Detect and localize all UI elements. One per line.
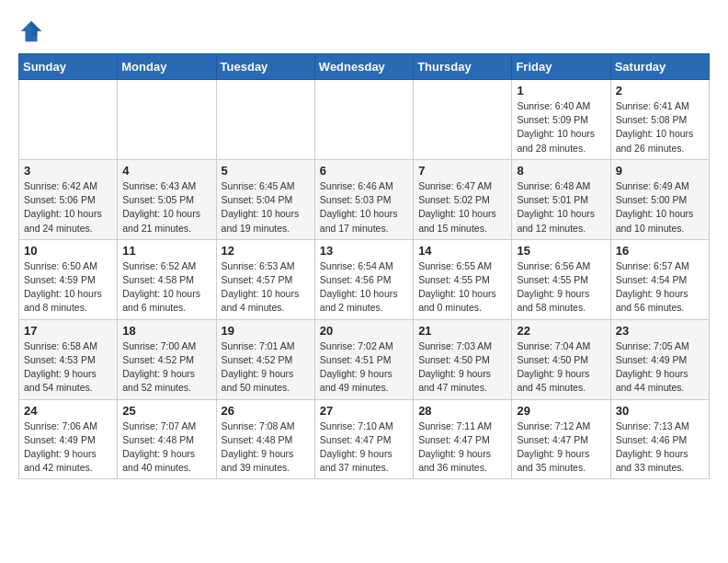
day-number: 21 [418, 324, 506, 338]
day-info: Sunrise: 6:56 AMSunset: 4:55 PMDaylight:… [517, 259, 605, 316]
column-header-monday: Monday [118, 54, 216, 80]
calendar-cell [19, 80, 118, 160]
day-number: 12 [222, 244, 310, 258]
column-header-friday: Friday [512, 54, 610, 80]
calendar-cell: 13Sunrise: 6:54 AMSunset: 4:56 PMDayligh… [314, 239, 413, 319]
calendar-cell: 16Sunrise: 6:57 AMSunset: 4:54 PMDayligh… [610, 239, 709, 319]
day-number: 16 [616, 244, 704, 258]
day-number: 14 [418, 244, 506, 258]
day-number: 29 [517, 404, 605, 418]
day-info: Sunrise: 6:49 AMSunset: 5:00 PMDaylight:… [616, 179, 704, 236]
column-header-sunday: Sunday [19, 54, 118, 80]
day-number: 15 [517, 244, 605, 258]
calendar-cell: 8Sunrise: 6:48 AMSunset: 5:01 PMDaylight… [512, 159, 610, 239]
day-info: Sunrise: 6:46 AMSunset: 5:03 PMDaylight:… [320, 179, 408, 236]
day-number: 6 [320, 164, 408, 178]
day-info: Sunrise: 6:57 AMSunset: 4:54 PMDaylight:… [616, 259, 704, 316]
calendar-cell: 17Sunrise: 6:58 AMSunset: 4:53 PMDayligh… [19, 319, 118, 399]
day-info: Sunrise: 6:48 AMSunset: 5:01 PMDaylight:… [517, 179, 605, 236]
calendar-week-row: 3Sunrise: 6:42 AMSunset: 5:06 PMDaylight… [19, 159, 710, 239]
calendar-cell: 2Sunrise: 6:41 AMSunset: 5:08 PMDaylight… [610, 80, 709, 160]
svg-marker-1 [31, 21, 41, 36]
day-info: Sunrise: 7:12 AMSunset: 4:47 PMDaylight:… [517, 419, 605, 476]
calendar-cell: 22Sunrise: 7:04 AMSunset: 4:50 PMDayligh… [512, 319, 610, 399]
calendar-cell [216, 80, 314, 160]
day-number: 2 [616, 84, 704, 98]
calendar-cell: 30Sunrise: 7:13 AMSunset: 4:46 PMDayligh… [610, 399, 709, 479]
calendar-cell: 28Sunrise: 7:11 AMSunset: 4:47 PMDayligh… [414, 399, 512, 479]
page-header [18, 18, 710, 44]
calendar-cell: 14Sunrise: 6:55 AMSunset: 4:55 PMDayligh… [414, 239, 512, 319]
calendar-week-row: 24Sunrise: 7:06 AMSunset: 4:49 PMDayligh… [19, 399, 710, 479]
calendar-week-row: 1Sunrise: 6:40 AMSunset: 5:09 PMDaylight… [19, 80, 710, 160]
calendar-cell: 26Sunrise: 7:08 AMSunset: 4:48 PMDayligh… [216, 399, 314, 479]
calendar-cell: 21Sunrise: 7:03 AMSunset: 4:50 PMDayligh… [414, 319, 512, 399]
day-number: 28 [418, 404, 506, 418]
logo [18, 18, 48, 44]
calendar-cell: 12Sunrise: 6:53 AMSunset: 4:57 PMDayligh… [216, 239, 314, 319]
day-number: 3 [24, 164, 112, 178]
day-info: Sunrise: 6:50 AMSunset: 4:59 PMDaylight:… [24, 259, 112, 316]
day-info: Sunrise: 6:40 AMSunset: 5:09 PMDaylight:… [517, 99, 605, 155]
day-info: Sunrise: 6:58 AMSunset: 4:53 PMDaylight:… [24, 339, 112, 396]
calendar-week-row: 17Sunrise: 6:58 AMSunset: 4:53 PMDayligh… [19, 319, 710, 399]
calendar-cell: 24Sunrise: 7:06 AMSunset: 4:49 PMDayligh… [19, 399, 118, 479]
day-info: Sunrise: 7:11 AMSunset: 4:47 PMDaylight:… [418, 419, 506, 476]
calendar-body: 1Sunrise: 6:40 AMSunset: 5:09 PMDaylight… [19, 80, 710, 479]
column-header-thursday: Thursday [414, 54, 512, 80]
day-info: Sunrise: 6:45 AMSunset: 5:04 PMDaylight:… [222, 179, 310, 236]
calendar-cell: 6Sunrise: 6:46 AMSunset: 5:03 PMDaylight… [314, 159, 413, 239]
calendar-cell: 3Sunrise: 6:42 AMSunset: 5:06 PMDaylight… [19, 159, 118, 239]
calendar-cell: 20Sunrise: 7:02 AMSunset: 4:51 PMDayligh… [314, 319, 413, 399]
day-info: Sunrise: 7:06 AMSunset: 4:49 PMDaylight:… [24, 419, 112, 476]
day-info: Sunrise: 7:07 AMSunset: 4:48 PMDaylight:… [122, 419, 210, 476]
calendar-cell [314, 80, 413, 160]
calendar-cell: 1Sunrise: 6:40 AMSunset: 5:09 PMDaylight… [512, 80, 610, 160]
day-number: 30 [616, 404, 704, 418]
column-header-saturday: Saturday [610, 54, 709, 80]
day-number: 13 [320, 244, 408, 258]
day-info: Sunrise: 6:54 AMSunset: 4:56 PMDaylight:… [320, 259, 408, 316]
day-info: Sunrise: 6:53 AMSunset: 4:57 PMDaylight:… [222, 259, 310, 316]
calendar-week-row: 10Sunrise: 6:50 AMSunset: 4:59 PMDayligh… [19, 239, 710, 319]
calendar-table: SundayMondayTuesdayWednesdayThursdayFrid… [18, 53, 710, 479]
day-info: Sunrise: 7:04 AMSunset: 4:50 PMDaylight:… [517, 339, 605, 396]
column-header-tuesday: Tuesday [216, 54, 314, 80]
calendar-cell: 10Sunrise: 6:50 AMSunset: 4:59 PMDayligh… [19, 239, 118, 319]
day-number: 26 [222, 404, 310, 418]
calendar-cell: 9Sunrise: 6:49 AMSunset: 5:00 PMDaylight… [610, 159, 709, 239]
calendar-cell: 25Sunrise: 7:07 AMSunset: 4:48 PMDayligh… [118, 399, 216, 479]
calendar-header-row: SundayMondayTuesdayWednesdayThursdayFrid… [19, 54, 710, 80]
day-number: 24 [24, 404, 112, 418]
calendar-cell: 23Sunrise: 7:05 AMSunset: 4:49 PMDayligh… [610, 319, 709, 399]
day-number: 20 [320, 324, 408, 338]
day-info: Sunrise: 7:02 AMSunset: 4:51 PMDaylight:… [320, 339, 408, 396]
day-number: 22 [517, 324, 605, 338]
calendar-cell [118, 80, 216, 160]
day-number: 7 [418, 164, 506, 178]
day-number: 23 [616, 324, 704, 338]
day-info: Sunrise: 7:10 AMSunset: 4:47 PMDaylight:… [320, 419, 408, 476]
day-info: Sunrise: 7:00 AMSunset: 4:52 PMDaylight:… [122, 339, 210, 396]
calendar-cell: 29Sunrise: 7:12 AMSunset: 4:47 PMDayligh… [512, 399, 610, 479]
calendar-cell: 11Sunrise: 6:52 AMSunset: 4:58 PMDayligh… [118, 239, 216, 319]
day-number: 18 [122, 324, 210, 338]
day-info: Sunrise: 7:05 AMSunset: 4:49 PMDaylight:… [616, 339, 704, 396]
day-number: 17 [24, 324, 112, 338]
calendar-cell [414, 80, 512, 160]
day-number: 5 [222, 164, 310, 178]
calendar-cell: 27Sunrise: 7:10 AMSunset: 4:47 PMDayligh… [314, 399, 413, 479]
day-number: 19 [222, 324, 310, 338]
day-info: Sunrise: 6:55 AMSunset: 4:55 PMDaylight:… [418, 259, 506, 316]
day-number: 1 [517, 84, 605, 98]
day-number: 25 [122, 404, 210, 418]
calendar-cell: 15Sunrise: 6:56 AMSunset: 4:55 PMDayligh… [512, 239, 610, 319]
day-info: Sunrise: 6:47 AMSunset: 5:02 PMDaylight:… [418, 179, 506, 236]
day-number: 4 [122, 164, 210, 178]
day-number: 27 [320, 404, 408, 418]
calendar-cell: 7Sunrise: 6:47 AMSunset: 5:02 PMDaylight… [414, 159, 512, 239]
day-info: Sunrise: 6:42 AMSunset: 5:06 PMDaylight:… [24, 179, 112, 236]
day-info: Sunrise: 6:52 AMSunset: 4:58 PMDaylight:… [122, 259, 210, 316]
column-header-wednesday: Wednesday [314, 54, 413, 80]
calendar-cell: 5Sunrise: 6:45 AMSunset: 5:04 PMDaylight… [216, 159, 314, 239]
